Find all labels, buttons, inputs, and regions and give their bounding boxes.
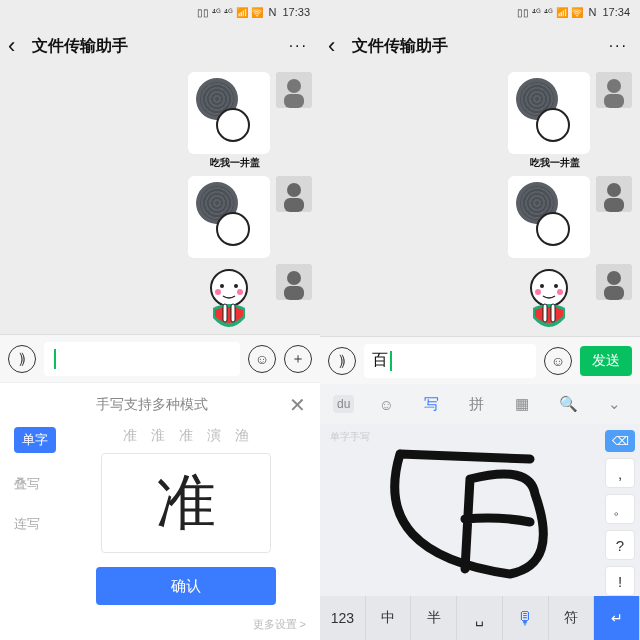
candidate[interactable]: 准 bbox=[179, 427, 193, 445]
handwriting-canvas[interactable]: 准 bbox=[101, 453, 271, 553]
ime-logo[interactable]: du bbox=[333, 395, 354, 413]
nfc-icon: N bbox=[589, 6, 597, 18]
message-row bbox=[8, 176, 312, 258]
svg-rect-12 bbox=[231, 304, 235, 322]
sticker-watermelon[interactable] bbox=[188, 264, 270, 334]
message-row bbox=[8, 72, 312, 154]
svg-point-1 bbox=[287, 79, 301, 93]
svg-point-20 bbox=[607, 183, 621, 197]
avatar[interactable] bbox=[276, 176, 312, 212]
ime-handwrite-tab[interactable]: 写 bbox=[418, 391, 445, 418]
mode-single[interactable]: 单字 bbox=[14, 427, 56, 453]
ime-bottom-row: 123 中 半 ␣ 🎙 符 ↵ bbox=[320, 596, 640, 640]
punct-key[interactable]: ! bbox=[605, 566, 635, 596]
svg-point-25 bbox=[535, 289, 541, 295]
chat-scroll[interactable]: 吃我一井盖 bbox=[320, 68, 640, 336]
close-ime-button[interactable]: ✕ bbox=[289, 393, 306, 417]
ime-search-tab[interactable]: 🔍 bbox=[553, 391, 584, 417]
svg-rect-27 bbox=[543, 304, 547, 322]
punct-key[interactable]: , bbox=[605, 458, 635, 488]
svg-point-22 bbox=[531, 270, 567, 306]
avatar[interactable] bbox=[276, 264, 312, 300]
avatar[interactable] bbox=[596, 176, 632, 212]
chat-header: ‹ 文件传输助手 ··· bbox=[0, 24, 320, 68]
send-button[interactable]: 发送 bbox=[580, 346, 632, 376]
ime-clipboard-tab[interactable]: ▦ bbox=[509, 391, 535, 417]
hw-area-hint: 单字手写 bbox=[330, 430, 370, 444]
punct-key[interactable]: ? bbox=[605, 530, 635, 560]
phone-left: ▯▯⁴ᴳ ⁴ᴳ📶🛜 N 17:33 ‹ 文件传输助手 ··· 吃我一井盖 bbox=[0, 0, 320, 640]
ime-hint: 手写支持多种模式 bbox=[14, 396, 289, 414]
ime-pinyin-tab[interactable]: 拼 bbox=[463, 391, 490, 418]
candidate[interactable]: 渔 bbox=[235, 427, 249, 445]
avatar[interactable] bbox=[276, 72, 312, 108]
message-row bbox=[328, 72, 632, 154]
space-key[interactable]: ␣ bbox=[457, 596, 503, 640]
message-row bbox=[8, 264, 312, 334]
emoji-button[interactable]: ☺ bbox=[248, 345, 276, 373]
ime-emoji-tab[interactable]: ☺ bbox=[373, 392, 400, 417]
svg-point-26 bbox=[557, 289, 563, 295]
sticker-caption: 吃我一井盖 bbox=[8, 156, 312, 170]
more-button[interactable]: ··· bbox=[609, 37, 632, 55]
chat-header: ‹ 文件传输助手 ··· bbox=[320, 24, 640, 68]
sticker-manhole-1[interactable] bbox=[188, 72, 270, 154]
sticker-manhole-1[interactable] bbox=[508, 72, 590, 154]
svg-point-4 bbox=[287, 183, 301, 197]
handwriting-area[interactable]: 单字手写 ⌫ , 。 ? ! bbox=[320, 424, 640, 596]
candidate[interactable]: 演 bbox=[207, 427, 221, 445]
back-button[interactable]: ‹ bbox=[328, 33, 352, 59]
mode-continuous[interactable]: 连写 bbox=[14, 515, 56, 533]
svg-rect-31 bbox=[604, 286, 624, 300]
chat-scroll[interactable]: 吃我一井盖 bbox=[0, 68, 320, 334]
message-row bbox=[328, 264, 632, 336]
svg-rect-15 bbox=[284, 286, 304, 300]
svg-point-14 bbox=[287, 271, 301, 285]
emoji-button[interactable]: ☺ bbox=[544, 347, 572, 375]
more-button[interactable]: ··· bbox=[289, 37, 312, 55]
svg-rect-2 bbox=[284, 94, 304, 108]
ime-collapse-button[interactable]: ⌄ bbox=[602, 391, 627, 417]
sticker-caption: 吃我一井盖 bbox=[328, 156, 632, 170]
avatar[interactable] bbox=[596, 264, 632, 300]
chat-title: 文件传输助手 bbox=[352, 36, 609, 57]
svg-rect-18 bbox=[604, 94, 624, 108]
status-bar: ▯▯⁴ᴳ ⁴ᴳ📶🛜 N 17:33 bbox=[0, 0, 320, 24]
back-button[interactable]: ‹ bbox=[8, 33, 32, 59]
sticker-manhole-2[interactable] bbox=[508, 176, 590, 258]
confirm-button[interactable]: 确认 bbox=[96, 567, 276, 605]
voice-button[interactable]: ⸩ bbox=[328, 347, 356, 375]
clock: 17:34 bbox=[602, 6, 630, 18]
handwritten-glyph: 准 bbox=[156, 463, 216, 544]
chat-title: 文件传输助手 bbox=[32, 36, 289, 57]
svg-point-6 bbox=[211, 270, 247, 306]
candidate[interactable]: 淮 bbox=[151, 427, 165, 445]
candidate[interactable]: 准 bbox=[123, 427, 137, 445]
width-key[interactable]: 半 bbox=[411, 596, 457, 640]
svg-point-9 bbox=[215, 289, 221, 295]
svg-point-30 bbox=[607, 271, 621, 285]
plus-button[interactable]: ＋ bbox=[284, 345, 312, 373]
ime-mode-list: 单字 叠写 连写 bbox=[14, 423, 56, 605]
voice-button[interactable]: ⸩ bbox=[8, 345, 36, 373]
avatar[interactable] bbox=[596, 72, 632, 108]
svg-rect-28 bbox=[551, 304, 555, 322]
more-settings-link[interactable]: 更多设置 > bbox=[0, 611, 320, 640]
symbol-key[interactable]: 符 bbox=[549, 596, 595, 640]
punct-key[interactable]: 。 bbox=[605, 494, 635, 524]
nfc-icon: N bbox=[269, 6, 277, 18]
sticker-watermelon[interactable] bbox=[508, 264, 590, 336]
text-input[interactable] bbox=[44, 342, 240, 376]
sticker-manhole-2[interactable] bbox=[188, 176, 270, 258]
lang-key[interactable]: 中 bbox=[366, 596, 412, 640]
svg-point-23 bbox=[540, 284, 544, 288]
backspace-key[interactable]: ⌫ bbox=[605, 430, 635, 452]
svg-point-8 bbox=[234, 284, 238, 288]
text-input[interactable]: 百 bbox=[364, 344, 536, 378]
mode-stack[interactable]: 叠写 bbox=[14, 475, 56, 493]
mic-key[interactable]: 🎙 bbox=[503, 596, 549, 640]
signal-icons: ▯▯⁴ᴳ ⁴ᴳ📶🛜 bbox=[517, 7, 583, 18]
status-bar: ▯▯⁴ᴳ ⁴ᴳ📶🛜 N 17:34 bbox=[320, 0, 640, 24]
num-key[interactable]: 123 bbox=[320, 596, 366, 640]
enter-key[interactable]: ↵ bbox=[594, 596, 640, 640]
